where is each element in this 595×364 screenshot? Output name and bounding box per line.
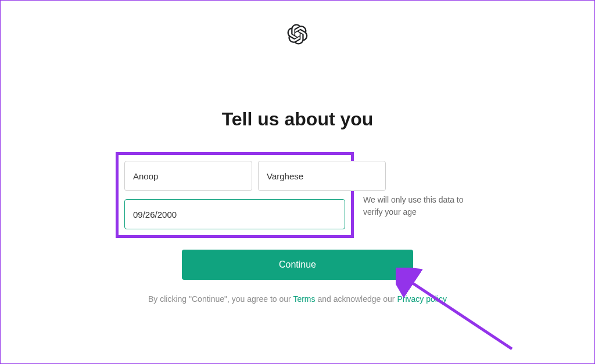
disclaimer-prefix: By clicking "Continue", you agree to our (148, 294, 293, 304)
disclaimer-middle: and acknowledge our (316, 294, 397, 304)
disclaimer-text: By clicking "Continue", you agree to our… (148, 293, 447, 305)
svg-line-1 (408, 280, 512, 349)
first-name-field[interactable] (124, 161, 252, 191)
page-container: Tell us about you We will only use this … (1, 1, 594, 363)
page-title: Tell us about you (222, 109, 374, 130)
privacy-policy-link[interactable]: Privacy policy (397, 294, 447, 304)
continue-button[interactable]: Continue (182, 250, 413, 280)
birthday-helper-text: We will only use this data to verify you… (363, 194, 479, 218)
last-name-field[interactable] (258, 161, 386, 191)
arrow-annotation-icon (396, 268, 524, 355)
fields-highlight-annotation (116, 152, 354, 238)
openai-logo-icon (287, 24, 308, 45)
name-row (124, 161, 345, 191)
form-area: We will only use this data to verify you… (116, 152, 479, 238)
terms-link[interactable]: Terms (293, 294, 315, 304)
birthday-field[interactable] (124, 199, 345, 229)
